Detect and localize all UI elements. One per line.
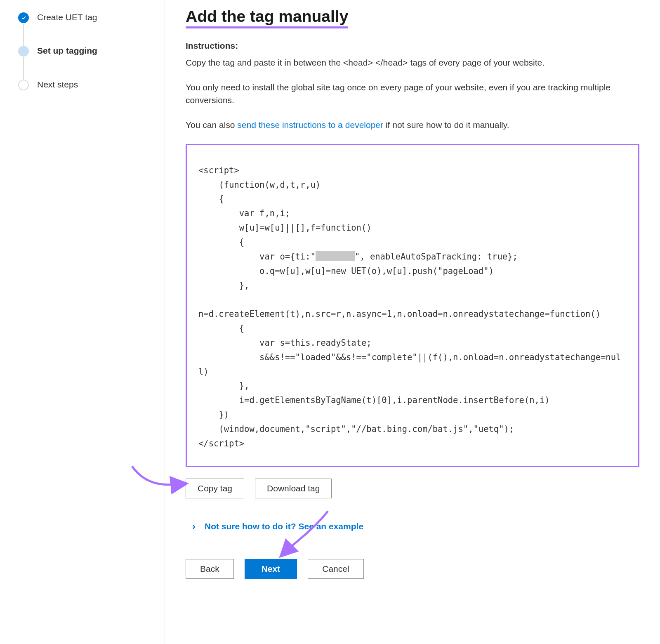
- code-line: </script>: [198, 436, 627, 451]
- code-line: var s=this.readyState;: [198, 336, 627, 350]
- code-line: n=d.createElement(t),n.src=r,n.async=1,n…: [198, 307, 627, 321]
- step-circle-icon: [18, 80, 29, 90]
- code-line: },: [198, 278, 627, 293]
- code-line: i=d.getElementsByTagName(t)[0],i.parentN…: [198, 393, 627, 408]
- code-line: var o={ti:"", enableAutoSpaTracking: tru…: [198, 250, 627, 264]
- code-line: <script>: [198, 163, 627, 178]
- code-line: (window,document,"script","//bat.bing.co…: [198, 422, 627, 436]
- back-button[interactable]: Back: [186, 559, 234, 579]
- cancel-button[interactable]: Cancel: [308, 559, 363, 579]
- code-line: {: [198, 321, 627, 336]
- see-example-toggle[interactable]: › Not sure how to do it? See an example: [186, 521, 639, 531]
- wizard-footer: Back Next Cancel: [186, 548, 639, 595]
- download-tag-button[interactable]: Download tag: [255, 479, 332, 498]
- instructions-paragraph-3: You can also send these instructions to …: [186, 119, 639, 131]
- next-button[interactable]: Next: [245, 559, 297, 579]
- code-line: o.q=w[u],w[u]=new UET(o),w[u].push("page…: [198, 264, 627, 278]
- code-line: [198, 293, 627, 307]
- wizard-step-label: Next steps: [37, 80, 78, 89]
- chevron-right-icon: ›: [192, 521, 196, 531]
- check-circle-icon: [18, 12, 29, 23]
- annotation-arrow-next: [278, 509, 332, 559]
- instructions-paragraph-2: You only need to install the global site…: [186, 81, 639, 106]
- redacted-id: [316, 251, 355, 261]
- send-to-developer-link[interactable]: send these instructions to a developer: [237, 120, 383, 130]
- code-line: w[u]=w[u]||[],f=function(): [198, 221, 627, 235]
- wizard-step-label: Set up tagging: [37, 46, 97, 55]
- instructions-paragraph-1: Copy the tag and paste it in between the…: [186, 57, 639, 69]
- page-title: Add the tag manually: [186, 7, 348, 28]
- code-line: }): [198, 408, 627, 422]
- wizard-step-0[interactable]: Create UET tag: [18, 12, 152, 45]
- copy-tag-button[interactable]: Copy tag: [186, 479, 244, 498]
- step-circle-icon: [18, 46, 29, 57]
- code-line: {: [198, 192, 627, 206]
- code-line: (function(w,d,t,r,u): [198, 178, 627, 192]
- code-line: {: [198, 235, 627, 250]
- code-line: var f,n,i;: [198, 206, 627, 221]
- see-example-label: Not sure how to do it? See an example: [205, 521, 363, 531]
- code-line: s&&s!=="loaded"&&s!=="complete"||(f(),n.…: [198, 350, 627, 379]
- wizard-stepper: Create UET tagSet up taggingNext steps: [0, 0, 165, 644]
- instructions-heading: Instructions:: [186, 41, 639, 51]
- uet-tag-code-box[interactable]: <script> (function(w,d,t,r,u) { var f,n,…: [186, 144, 639, 467]
- wizard-step-label: Create UET tag: [37, 12, 97, 22]
- code-line: },: [198, 379, 627, 393]
- wizard-step-1[interactable]: Set up tagging: [18, 45, 152, 78]
- wizard-step-2[interactable]: Next steps: [18, 79, 152, 90]
